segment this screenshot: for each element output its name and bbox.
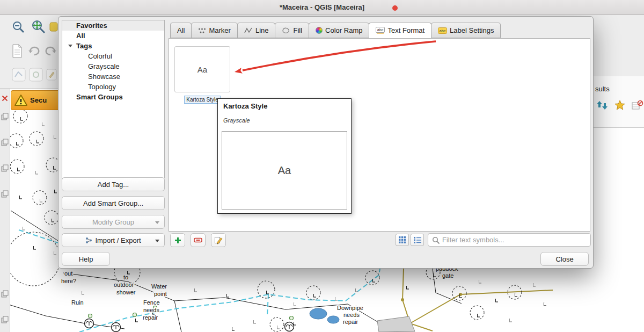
zoom-last-icon[interactable] [49, 21, 58, 34]
group-item-smart-groups[interactable]: Smart Groups [62, 92, 164, 102]
share-icon [85, 237, 92, 244]
move-feature-tool-icon[interactable] [29, 68, 43, 84]
group-item-colorful[interactable]: Colorful [62, 51, 164, 61]
clear-results-icon[interactable] [632, 100, 643, 113]
filter-field [428, 233, 591, 247]
window-title: *Maceira - QGIS [Maceira] [0, 0, 644, 15]
close-icon[interactable] [2, 94, 8, 104]
panel-tab-icon[interactable] [1, 113, 9, 122]
shrub-symbols [89, 306, 294, 320]
style-item-card[interactable]: Aa [174, 46, 230, 92]
tab-fill[interactable]: Fill [275, 23, 309, 38]
panel-tab-icon[interactable] [1, 290, 9, 300]
map-label: Fence [143, 299, 160, 306]
map-label: shower [116, 289, 136, 295]
close-button[interactable]: Close [540, 252, 589, 266]
red-dot-icon [392, 5, 398, 11]
map-label: Downpipe [337, 305, 363, 311]
group-label: Smart Groups [76, 93, 123, 101]
text-format-icon: abc [376, 27, 385, 34]
edit-item-button[interactable] [211, 233, 226, 247]
panel-tab-icon[interactable] [1, 190, 9, 200]
help-button[interactable]: Help [62, 252, 110, 266]
filter-input[interactable] [428, 234, 590, 246]
new-layout-icon[interactable] [12, 44, 23, 60]
map-label: to [123, 274, 128, 280]
zoom-full-extent-icon[interactable] [31, 19, 46, 37]
group-item-tags[interactable]: Tags [62, 41, 164, 51]
results-panel-title: sults [595, 85, 610, 93]
group-item-topology[interactable]: Topology [62, 82, 164, 92]
tab-text-format[interactable]: abc Text Format [369, 23, 431, 38]
tab-line[interactable]: Line [237, 23, 276, 38]
tab-label: Marker [209, 26, 230, 34]
plus-icon [174, 236, 182, 244]
redo-icon[interactable] [44, 46, 57, 58]
style-tooltip: Kartoza Style Grayscale Aa [217, 98, 352, 214]
panel-tab-icon[interactable] [1, 139, 9, 148]
undo-icon[interactable] [28, 46, 41, 58]
add-item-button[interactable] [170, 233, 185, 247]
tab-label: Color Ramp [325, 26, 362, 34]
group-item-showcase[interactable]: Showcase [62, 71, 164, 82]
group-item-all[interactable]: All [62, 31, 164, 41]
modify-group-button[interactable]: Modify Group [62, 215, 165, 229]
pencil-icon [214, 236, 223, 244]
export-results-icon[interactable] [596, 100, 608, 113]
message-bar: Secu [11, 90, 59, 110]
map-label: point [154, 291, 167, 297]
group-label: All [76, 32, 85, 40]
help-label: Help [79, 255, 93, 263]
map-label: Ruin [71, 299, 84, 306]
add-tag-label: Add Tag... [98, 181, 129, 189]
map-label: Water [151, 283, 167, 290]
tab-marker[interactable]: Marker [191, 23, 237, 38]
results-panel: sults [593, 76, 644, 128]
add-smart-group-label: Add Smart Group... [83, 199, 143, 207]
svg-text:abc: abc [440, 28, 446, 32]
zoom-out-icon[interactable] [12, 20, 26, 37]
chevron-down-icon [155, 221, 159, 224]
map-label: out [64, 270, 72, 277]
pond-shapes [310, 308, 339, 323]
tab-label: Label Settings [450, 26, 494, 34]
tooltip-preview: Aa [222, 131, 347, 210]
digitize-tool-icon[interactable] [12, 68, 26, 84]
tab-label: Line [255, 26, 269, 34]
icon-view-button[interactable] [396, 234, 409, 246]
group-label: Tags [76, 42, 92, 50]
map-label: repair [343, 319, 358, 325]
utility-lines-layer [402, 269, 553, 331]
warning-icon [14, 94, 28, 107]
edit-tool-icon[interactable] [46, 69, 57, 83]
import-export-button[interactable]: Import / Export [62, 233, 165, 247]
tab-label-settings[interactable]: abc Label Settings [431, 23, 501, 38]
map-label: repair [143, 314, 158, 321]
message-bar-text: Secu [30, 96, 47, 104]
group-label: Colorful [88, 52, 112, 60]
fill-icon [282, 27, 290, 34]
tab-label: Fill [293, 26, 302, 34]
tab-all[interactable]: All [170, 23, 192, 38]
group-item-favorites[interactable]: Favorites [62, 20, 164, 31]
add-tag-button[interactable]: Add Tag... [62, 177, 165, 191]
chevron-down-icon [155, 240, 159, 242]
tab-color-ramp[interactable]: Color Ramp [309, 23, 369, 38]
list-view-button[interactable] [411, 234, 424, 246]
favorite-icon[interactable] [614, 100, 625, 113]
style-item-preview: Aa [197, 65, 207, 74]
list-view-icon [414, 237, 421, 243]
chevron-down-icon[interactable] [68, 45, 72, 47]
label-settings-icon: abc [438, 27, 447, 34]
remove-item-button[interactable] [191, 233, 206, 247]
minus-icon [194, 236, 202, 244]
marker-icon [198, 27, 206, 34]
style-groups-tree: Favorites All Tags Colorful Grayscale Sh… [62, 20, 165, 178]
style-type-tabs: All Marker Line Fill Color Ramp abc Text… [170, 23, 500, 38]
group-label: Topology [88, 83, 116, 91]
add-smart-group-button[interactable]: Add Smart Group... [62, 196, 165, 210]
panel-tab-icon[interactable] [1, 316, 9, 326]
panel-tab-icon[interactable] [1, 164, 9, 174]
tab-label: Text Format [387, 26, 425, 34]
group-item-grayscale[interactable]: Grayscale [62, 61, 164, 71]
